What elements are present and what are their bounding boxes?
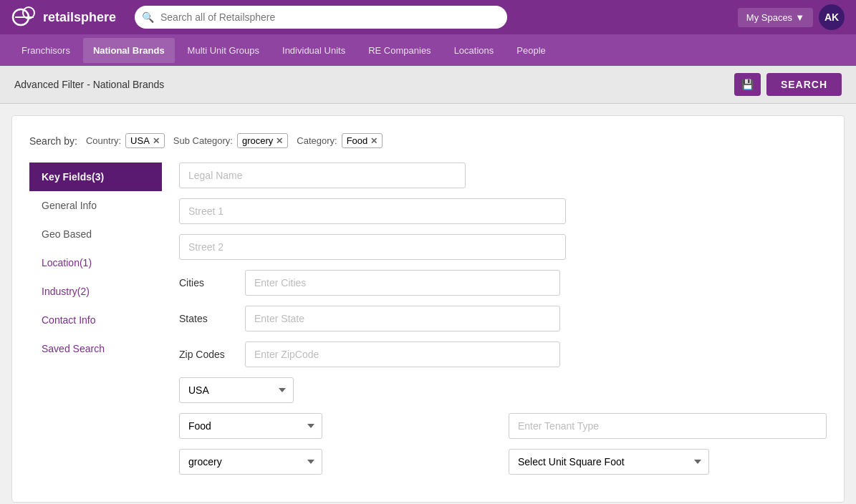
tenant-type-input[interactable] bbox=[509, 413, 827, 439]
sidebar-item-contact-info[interactable]: Contact Info bbox=[29, 306, 162, 334]
subcategory-filter-tag: grocery ✕ bbox=[237, 133, 288, 148]
nav-franchisors[interactable]: Franchisors bbox=[11, 38, 80, 63]
breadcrumb-actions: 💾 SEARCH bbox=[734, 73, 842, 96]
zip-codes-label: Zip Codes bbox=[179, 349, 236, 360]
sqft-col: Select Unit Square Foot < 1000 sq ft 100… bbox=[509, 449, 827, 475]
nav-people[interactable]: People bbox=[506, 38, 555, 63]
country-filter-group: Country: USA ✕ bbox=[86, 133, 165, 148]
zip-codes-input[interactable] bbox=[245, 341, 560, 367]
sidebar-item-location[interactable]: Location(1) bbox=[29, 248, 162, 277]
chevron-down-icon: ▼ bbox=[795, 12, 804, 23]
category-col: Food Retail Service bbox=[179, 413, 497, 439]
breadcrumb: Advanced Filter - National Brands bbox=[14, 79, 164, 90]
nav-multi-unit-groups[interactable]: Multi Unit Groups bbox=[178, 38, 269, 63]
sqft-select[interactable]: Select Unit Square Foot < 1000 sq ft 100… bbox=[509, 449, 709, 475]
street2-input[interactable] bbox=[179, 234, 566, 260]
search-by-row: Search by: Country: USA ✕ Sub Category: … bbox=[29, 133, 827, 148]
country-select[interactable]: USA Canada Mexico bbox=[179, 377, 294, 403]
cities-row: Cities bbox=[179, 270, 827, 296]
content-layout: Key Fields(3) General Info Geo Based Loc… bbox=[29, 163, 827, 485]
logo-area: retailsphere bbox=[11, 4, 126, 30]
save-button[interactable]: 💾 bbox=[734, 73, 761, 96]
breadcrumb-bar: Advanced Filter - National Brands 💾 SEAR… bbox=[0, 66, 856, 104]
search-icon: 🔍 bbox=[142, 11, 154, 23]
nav-re-companies[interactable]: RE Companies bbox=[358, 38, 441, 63]
search-button[interactable]: SEARCH bbox=[766, 73, 842, 96]
main-content: Search by: Country: USA ✕ Sub Category: … bbox=[11, 115, 845, 503]
app-name: retailsphere bbox=[43, 10, 116, 25]
category-tenant-row: Food Retail Service bbox=[179, 413, 827, 439]
cities-input[interactable] bbox=[245, 270, 560, 296]
my-spaces-button[interactable]: My Spaces ▼ bbox=[738, 8, 813, 27]
sidebar-item-general-info[interactable]: General Info bbox=[29, 191, 162, 220]
country-remove-icon[interactable]: ✕ bbox=[153, 136, 160, 146]
sidebar-item-industry[interactable]: Industry(2) bbox=[29, 277, 162, 306]
category-filter-group: Category: Food ✕ bbox=[297, 133, 383, 148]
global-search-container: 🔍 bbox=[135, 6, 507, 29]
country-filter-tag: USA ✕ bbox=[125, 133, 165, 148]
subcategory-filter-group: Sub Category: grocery ✕ bbox=[173, 133, 288, 148]
subcategory-col: grocery restaurant bakery bbox=[179, 449, 497, 475]
logo-icon bbox=[11, 4, 37, 30]
global-search-input[interactable] bbox=[135, 6, 507, 29]
street1-row bbox=[179, 198, 827, 224]
street1-input[interactable] bbox=[179, 198, 566, 224]
top-bar: retailsphere 🔍 My Spaces ▼ AK bbox=[0, 0, 856, 34]
subcategory-sqft-row: grocery restaurant bakery Select Unit Sq… bbox=[179, 449, 827, 475]
states-row: States bbox=[179, 306, 827, 331]
secondary-nav: Franchisors National Brands Multi Unit G… bbox=[0, 34, 856, 66]
category-filter-label: Category: bbox=[297, 135, 337, 146]
form-area: Cities States Zip Codes USA Canada Mexic… bbox=[162, 163, 827, 485]
subcategory-remove-icon[interactable]: ✕ bbox=[276, 136, 283, 146]
sidebar-item-saved-search[interactable]: Saved Search bbox=[29, 334, 162, 363]
country-dropdown-row: USA Canada Mexico bbox=[179, 377, 827, 403]
states-label: States bbox=[179, 313, 236, 324]
sidebar-item-geo-based[interactable]: Geo Based bbox=[29, 220, 162, 248]
states-input[interactable] bbox=[245, 306, 560, 331]
cities-label: Cities bbox=[179, 277, 236, 289]
category-remove-icon[interactable]: ✕ bbox=[370, 136, 377, 146]
nav-locations[interactable]: Locations bbox=[444, 38, 504, 63]
country-filter-label: Country: bbox=[86, 135, 121, 146]
subcategory-filter-label: Sub Category: bbox=[173, 135, 233, 146]
nav-national-brands[interactable]: National Brands bbox=[83, 38, 175, 63]
legal-name-row bbox=[179, 163, 827, 188]
avatar[interactable]: AK bbox=[819, 4, 845, 30]
zip-codes-row: Zip Codes bbox=[179, 341, 827, 367]
top-right-area: My Spaces ▼ AK bbox=[738, 4, 845, 30]
legal-name-input[interactable] bbox=[179, 163, 466, 188]
sidebar-item-key-fields[interactable]: Key Fields(3) bbox=[29, 163, 162, 191]
subcategory-select[interactable]: grocery restaurant bakery bbox=[179, 449, 322, 475]
street2-row bbox=[179, 234, 827, 260]
category-select[interactable]: Food Retail Service bbox=[179, 413, 322, 439]
tenant-type-col bbox=[509, 413, 827, 439]
category-filter-tag: Food ✕ bbox=[342, 133, 383, 148]
sidebar: Key Fields(3) General Info Geo Based Loc… bbox=[29, 163, 162, 485]
nav-individual-units[interactable]: Individual Units bbox=[272, 38, 355, 63]
search-by-label: Search by: bbox=[29, 135, 77, 147]
